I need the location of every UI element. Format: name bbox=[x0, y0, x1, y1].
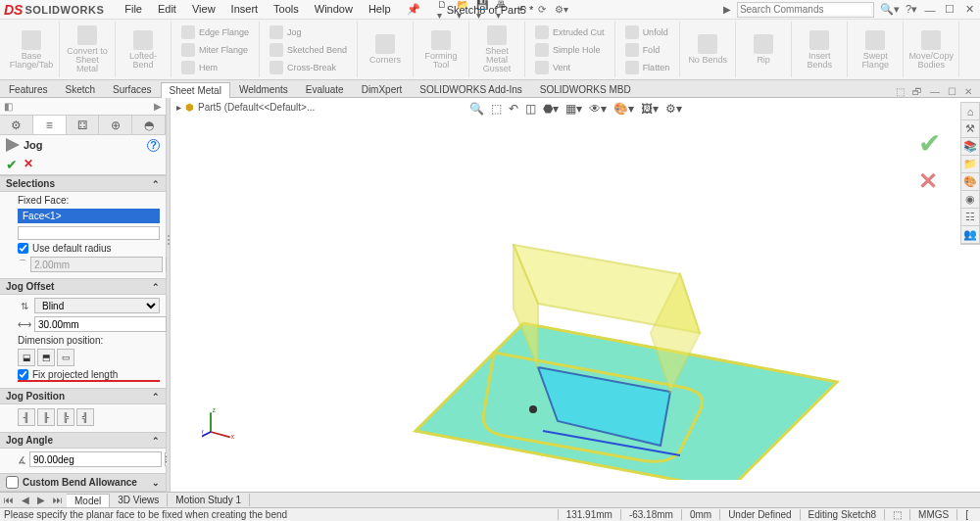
taskpane-forum-icon[interactable]: 👥 bbox=[961, 226, 979, 244]
config-manager-tab[interactable]: ⚃ bbox=[67, 116, 100, 134]
sheet-metal-gusset-button[interactable]: Sheet Metal Gusset bbox=[475, 25, 518, 73]
tab-close-icon[interactable]: ✕ bbox=[962, 86, 974, 97]
zoom-area-icon[interactable]: ⬚ bbox=[489, 102, 504, 116]
jog-pos-material-outside[interactable]: ╠ bbox=[57, 408, 74, 426]
taskpane-design-library-icon[interactable]: 📚 bbox=[961, 138, 979, 156]
tab-sheet-metal[interactable]: Sheet Metal bbox=[161, 82, 230, 98]
swept-flange-button[interactable]: Swept Flange bbox=[854, 30, 897, 70]
selection-list-extra[interactable] bbox=[18, 226, 160, 240]
section-custom-bend-allowance[interactable]: Custom Bend Allowance⌄ bbox=[0, 473, 166, 492]
tab-window-icon[interactable]: 🗗 bbox=[910, 86, 924, 97]
jog-pos-bend-outside[interactable]: ╣ bbox=[76, 408, 94, 426]
miter-flange-button[interactable]: Miter Flange bbox=[177, 41, 253, 59]
vent-button[interactable]: Vent bbox=[531, 59, 609, 76]
fixed-face-selection[interactable]: Face<1> bbox=[18, 209, 160, 223]
search-commands-box[interactable] bbox=[737, 2, 874, 18]
search-commands-input[interactable] bbox=[740, 4, 871, 15]
lofted-bend-button[interactable]: Lofted-Bend bbox=[122, 30, 165, 70]
section-jog-offset[interactable]: Jog Offset⌃ bbox=[0, 278, 166, 295]
dim-pos-outside[interactable]: ⬓ bbox=[18, 349, 35, 366]
taskpane-appearances-icon[interactable]: ◉ bbox=[961, 191, 979, 209]
confirm-ok-icon[interactable]: ✔ bbox=[918, 127, 941, 160]
rip-button[interactable]: Rip bbox=[742, 34, 785, 65]
window-close[interactable]: ✕ bbox=[962, 3, 976, 16]
flyout-expand-icon[interactable]: ▸ bbox=[176, 102, 181, 113]
menu-window[interactable]: Window bbox=[308, 2, 360, 17]
panel-arrow-icon[interactable]: ▶ bbox=[154, 101, 162, 112]
section-selections[interactable]: Selections⌃ bbox=[0, 175, 166, 192]
use-default-radius-checkbox[interactable]: Use default radius bbox=[18, 243, 160, 254]
corners-button[interactable]: Corners bbox=[364, 34, 407, 65]
status-custom-icon[interactable]: ⬚ bbox=[884, 509, 909, 520]
pm-help-icon[interactable]: ? bbox=[147, 139, 160, 152]
sketched-bend-button[interactable]: Sketched Bend bbox=[266, 41, 351, 59]
tab-motion-study-1[interactable]: Motion Study 1 bbox=[168, 494, 250, 506]
rebuild-icon[interactable]: ⟳ bbox=[535, 3, 549, 17]
simple-hole-button[interactable]: Simple Hole bbox=[531, 41, 609, 59]
taskpane-home-icon[interactable]: ⌂ bbox=[961, 103, 979, 120]
menu-pin-icon[interactable]: 📌 bbox=[400, 2, 427, 17]
taskpane-custom-props-icon[interactable]: ☷ bbox=[961, 209, 979, 226]
tab-features[interactable]: Features bbox=[0, 81, 56, 97]
edge-flange-button[interactable]: Edge Flange bbox=[177, 24, 253, 41]
view-settings-icon[interactable]: ⚙▾ bbox=[663, 102, 684, 116]
display-style-icon[interactable]: ▦▾ bbox=[564, 102, 584, 116]
tab-sketch[interactable]: Sketch bbox=[56, 81, 104, 97]
tab-surfaces[interactable]: Surfaces bbox=[104, 81, 160, 97]
graphics-viewport[interactable]: ▸ ⬢ Part5 (Default<<Default>... 🔍 ⬚ ↶ ◫ … bbox=[171, 98, 980, 499]
tab-addins[interactable]: SOLIDWORKS Add-Ins bbox=[411, 81, 530, 97]
menu-help[interactable]: Help bbox=[362, 2, 398, 17]
dim-pos-inside[interactable]: ⬒ bbox=[37, 349, 55, 366]
tab-minimize-icon[interactable]: — bbox=[928, 86, 942, 97]
search-icon[interactable]: 🔍▾ bbox=[880, 3, 900, 16]
view-triad[interactable]: z x y bbox=[202, 405, 237, 441]
tab-expand-icon[interactable]: ⬚ bbox=[894, 86, 906, 97]
tab-nav-prev[interactable]: ◀ bbox=[18, 495, 33, 505]
end-condition-select[interactable]: Blind bbox=[34, 298, 160, 313]
taskpane-file-explorer-icon[interactable]: 📁 bbox=[961, 156, 979, 173]
jog-pos-material-inside[interactable]: ╟ bbox=[37, 408, 55, 426]
display-manager-tab[interactable]: ◓ bbox=[132, 116, 166, 134]
insert-bends-button[interactable]: Insert Bends bbox=[798, 30, 841, 70]
confirm-cancel-icon[interactable]: ✕ bbox=[918, 167, 941, 195]
view-orientation-icon[interactable]: ⬣▾ bbox=[541, 102, 561, 116]
section-jog-angle[interactable]: Jog Angle⌃ bbox=[0, 432, 166, 449]
edit-appearance-icon[interactable]: 🎨▾ bbox=[612, 102, 636, 116]
pm-cancel-button[interactable]: ✕ bbox=[24, 157, 33, 172]
fold-button[interactable]: Fold bbox=[621, 41, 674, 59]
move-copy-bodies-button[interactable]: Move/Copy Bodies bbox=[909, 30, 953, 70]
menu-insert[interactable]: Insert bbox=[224, 2, 266, 17]
tab-nav-next[interactable]: ▶ bbox=[33, 495, 49, 505]
status-extra-icon[interactable]: [ bbox=[956, 509, 976, 520]
tab-model[interactable]: Model bbox=[67, 494, 110, 507]
tab-3d-views[interactable]: 3D Views bbox=[110, 494, 168, 506]
section-jog-position[interactable]: Jog Position⌃ bbox=[0, 388, 166, 404]
cross-break-button[interactable]: Cross-Break bbox=[266, 59, 351, 76]
apply-scene-icon[interactable]: 🖼▾ bbox=[639, 102, 661, 116]
no-bends-button[interactable]: No Bends bbox=[686, 34, 729, 65]
help-icon[interactable]: ?▾ bbox=[906, 3, 917, 16]
hem-button[interactable]: Hem bbox=[177, 59, 253, 76]
tab-nav-first[interactable]: ⏮ bbox=[0, 495, 18, 505]
jog-pos-bend-centerline[interactable]: ╢ bbox=[18, 408, 35, 426]
status-units[interactable]: MMGS bbox=[909, 509, 956, 520]
dim-pos-overall[interactable]: ▭ bbox=[57, 349, 74, 366]
tab-weldments[interactable]: Weldments bbox=[230, 81, 297, 97]
window-minimize[interactable]: — bbox=[923, 4, 937, 16]
convert-sheet-metal-button[interactable]: Convert to Sheet Metal bbox=[66, 25, 109, 73]
offset-distance-input[interactable] bbox=[34, 316, 167, 332]
base-flange-button[interactable]: Base Flange/Tab bbox=[10, 30, 53, 70]
flyout-part-name[interactable]: Part5 (Default<<Default>... bbox=[198, 102, 315, 113]
window-maximize[interactable]: ☐ bbox=[943, 3, 956, 16]
previous-view-icon[interactable]: ↶ bbox=[507, 102, 520, 116]
custom-bend-allowance-checkbox[interactable] bbox=[6, 476, 19, 489]
tab-dimxpert[interactable]: DimXpert bbox=[353, 81, 412, 97]
flyout-tree[interactable]: ▸ ⬢ Part5 (Default<<Default>... bbox=[176, 102, 315, 113]
tab-maximize-icon[interactable]: ☐ bbox=[946, 86, 958, 97]
fix-projected-length-checkbox[interactable]: Fix projected length bbox=[18, 369, 160, 382]
menu-view[interactable]: View bbox=[185, 2, 222, 17]
pm-ok-button[interactable]: ✔ bbox=[6, 157, 18, 172]
panel-expand-icon[interactable]: ◧ bbox=[4, 101, 13, 112]
jog-angle-input[interactable] bbox=[29, 451, 162, 467]
taskpane-view-palette-icon[interactable]: 🎨 bbox=[961, 173, 979, 191]
